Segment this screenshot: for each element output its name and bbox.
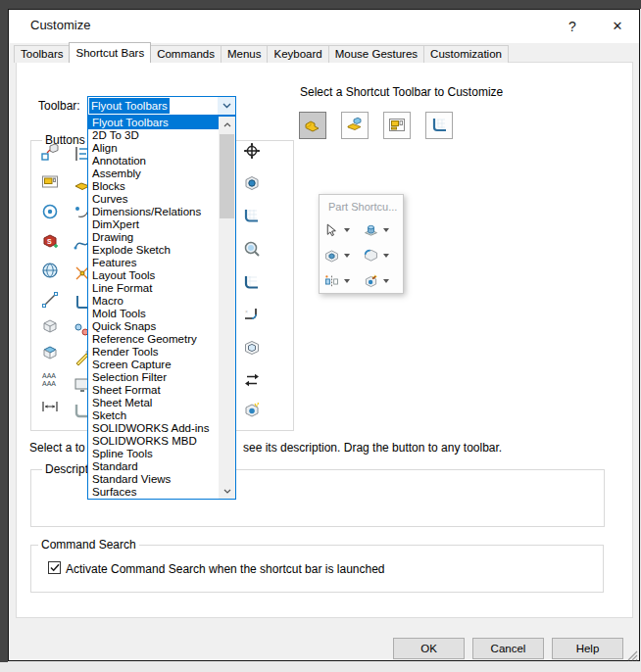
dropdown-item-assembly[interactable]: Assembly (88, 168, 219, 180)
dimxpert-icon[interactable] (40, 397, 60, 416)
activate-command-search-checkbox[interactable] (48, 561, 61, 574)
flyout-caret-icon[interactable] (383, 279, 389, 283)
part-shortcut-item[interactable] (323, 248, 363, 264)
sketch-3d-icon[interactable] (242, 272, 262, 292)
tab-toolbars[interactable]: Toolbars (14, 45, 70, 63)
solidworks-addins-icon[interactable]: S (40, 231, 60, 251)
2d-to-3d-icon[interactable] (40, 143, 60, 163)
svg-text:AAA: AAA (42, 380, 56, 387)
appearance-icon[interactable] (242, 401, 262, 420)
dropdown-item-solidworks-add-ins[interactable]: SOLIDWORKS Add-ins (88, 422, 219, 435)
customize-dialog: Customize ? ✕ ToolbarsShortcut BarsComma… (8, 9, 640, 661)
origin-icon[interactable] (242, 141, 262, 161)
tab-keyboard[interactable]: Keyboard (267, 45, 328, 63)
fillet-icon[interactable] (363, 248, 379, 264)
dropdown-item-sketch[interactable]: Sketch (88, 409, 219, 422)
flyout-caret-icon[interactable] (344, 254, 350, 258)
boss-extrude-icon[interactable] (363, 222, 379, 239)
tab-customization[interactable]: Customization (423, 45, 509, 63)
dropdown-item-screen-capture[interactable]: Screen Capture (88, 359, 219, 371)
dropdown-item-render-tools[interactable]: Render Tools (88, 346, 219, 359)
part-shortcut-item[interactable] (323, 273, 363, 290)
dropdown-item-explode-sketch[interactable]: Explode Sketch (88, 244, 219, 257)
dropdown-item-selection-filter[interactable]: Selection Filter (88, 371, 219, 384)
dropdown-item-macro[interactable]: Macro (88, 295, 219, 308)
help-caption-button[interactable]: ? (558, 14, 587, 39)
corner-rectangle-icon[interactable]: × (242, 305, 262, 324)
dropdown-item-sheet-format[interactable]: Sheet Format (88, 384, 219, 397)
mold-tools-icon[interactable] (40, 343, 60, 362)
dropdown-item-sheet-metal[interactable]: Sheet Metal (88, 397, 219, 409)
tab-shortcut-bars[interactable]: Shortcut Bars (69, 42, 151, 63)
annotation-icon[interactable]: AAAAAA (40, 369, 60, 389)
dropdown-item-align[interactable]: Align (88, 142, 219, 155)
dropdown-item-drawing[interactable]: Drawing (88, 231, 219, 244)
flyout-caret-icon[interactable] (383, 254, 389, 258)
resize-grip[interactable] (626, 648, 638, 665)
edit-appearance-icon[interactable] (363, 273, 379, 290)
part-shortcut-panel[interactable]: Part Shortcu... (319, 194, 404, 294)
dropdown-item-quick-snaps[interactable]: Quick Snaps (88, 320, 219, 333)
shortcut-toolbar-button-drawing[interactable] (383, 112, 411, 139)
tab-commands[interactable]: Commands (150, 45, 222, 63)
svg-text:AAA: AAA (42, 372, 56, 379)
flyout-caret-icon[interactable] (344, 228, 350, 232)
dropdown-item-mold-tools[interactable]: Mold Tools (88, 308, 219, 320)
line-format-icon[interactable] (40, 290, 60, 310)
toolbar-combobox[interactable]: Flyout Toolbars (87, 96, 236, 116)
shortcut-toolbar-button-part[interactable] (299, 112, 326, 139)
dropdown-item-blocks[interactable]: Blocks (88, 180, 219, 193)
scroll-up-icon[interactable] (219, 117, 235, 132)
dropdown-item-annotation[interactable]: Annotation (88, 155, 219, 168)
dropdown-item-2d-to-3d[interactable]: 2D To 3D (88, 129, 219, 142)
dropdown-item-curves[interactable]: Curves (88, 193, 219, 206)
dropdown-item-line-format[interactable]: Line Format (88, 282, 219, 295)
toolbar-dropdown-list[interactable]: Flyout Toolbars2D To 3DAlignAnnotationAs… (87, 116, 236, 500)
dropdown-item-surfaces[interactable]: Surfaces (88, 486, 219, 499)
dropdown-item-solidworks-mbd[interactable]: SOLIDWORKS MBD (88, 435, 219, 448)
scroll-down-icon[interactable] (219, 483, 235, 499)
title-bar: Customize ? ✕ (9, 10, 639, 43)
shortcut-toolbar-button-assembly[interactable] (341, 112, 369, 139)
select-cursor-icon[interactable] (323, 222, 340, 239)
mirror-icon[interactable] (323, 273, 340, 290)
dropdown-items: Flyout Toolbars2D To 3DAlignAnnotationAs… (88, 117, 219, 499)
flyout-caret-icon[interactable] (344, 279, 350, 283)
dropdown-item-standard-views[interactable]: Standard Views (88, 473, 219, 486)
cancel-button[interactable]: Cancel (472, 638, 544, 659)
ok-button[interactable]: OK (393, 638, 465, 659)
dropdown-item-reference-geometry[interactable]: Reference Geometry (88, 333, 219, 346)
zoom-icon[interactable] (242, 239, 262, 259)
hollow-cube-icon[interactable] (242, 338, 262, 358)
swap-arrows-icon[interactable] (242, 370, 262, 390)
close-icon[interactable]: ✕ (603, 14, 632, 39)
blocks-icon[interactable] (40, 202, 60, 221)
tab-menus[interactable]: Menus (221, 45, 269, 63)
chevron-down-icon[interactable] (218, 97, 235, 115)
shortcut-toolbar-button-sketch[interactable] (425, 112, 453, 139)
scrollbar-thumb[interactable] (220, 134, 234, 218)
extruded-cut-icon[interactable] (323, 248, 340, 264)
svg-text:×: × (245, 309, 248, 314)
reference-sphere-icon[interactable] (242, 173, 262, 193)
render-tools-icon[interactable] (40, 261, 60, 280)
dropdown-item-layout-tools[interactable]: Layout Tools (88, 269, 219, 282)
dropdown-item-standard[interactable]: Standard (88, 460, 219, 473)
part-shortcut-item[interactable] (363, 248, 402, 264)
tab-mouse-gestures[interactable]: Mouse Gestures (328, 45, 424, 63)
dropdown-item-dimensions-relations[interactable]: Dimensions/Relations (88, 206, 219, 218)
dropdown-item-dimxpert[interactable]: DimXpert (88, 218, 219, 231)
sketch-grid-icon[interactable] (242, 207, 262, 226)
help-button[interactable]: Help (552, 638, 623, 659)
dropdown-item-features[interactable]: Features (88, 257, 219, 269)
dropdown-item-spline-tools[interactable]: Spline Tools (88, 448, 219, 460)
part-shortcut-item[interactable] (363, 273, 402, 290)
part-shortcut-item[interactable] (363, 222, 402, 239)
part-shortcut-item[interactable] (323, 222, 363, 239)
flyout-caret-icon[interactable] (383, 228, 389, 232)
combobox-value: Flyout Toolbars (89, 98, 170, 114)
sheet-format-icon[interactable] (40, 172, 60, 192)
reference-geometry-icon[interactable] (40, 316, 60, 336)
dropdown-item-flyout-toolbars[interactable]: Flyout Toolbars (88, 117, 219, 129)
dropdown-scrollbar[interactable] (219, 117, 235, 499)
